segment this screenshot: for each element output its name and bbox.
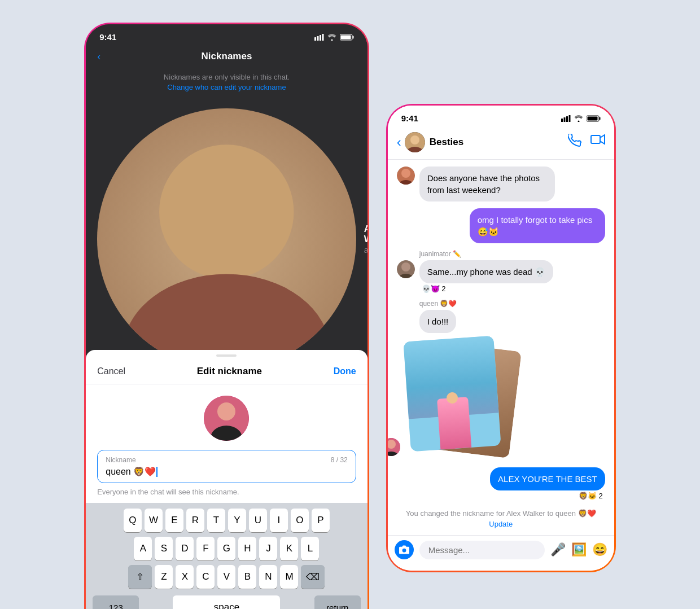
- key-x[interactable]: X: [176, 565, 194, 589]
- system-message-area: You changed the nickname for Alex Walker…: [397, 507, 605, 528]
- key-y[interactable]: Y: [228, 509, 246, 532]
- sender-name-4: queen 🦁❤️: [397, 300, 605, 308]
- key-f[interactable]: F: [196, 537, 215, 560]
- left-time: 9:41: [99, 32, 116, 42]
- signal-icon: [314, 34, 324, 41]
- key-u[interactable]: U: [249, 509, 267, 532]
- svg-rect-24: [591, 135, 600, 143]
- key-l[interactable]: L: [301, 537, 319, 560]
- key-m[interactable]: M: [280, 565, 298, 589]
- svg-rect-16: [566, 116, 568, 122]
- cancel-button[interactable]: Cancel: [97, 366, 125, 376]
- sheet-avatar: [204, 396, 249, 441]
- svg-rect-2: [320, 35, 321, 41]
- back-button[interactable]: ‹: [97, 51, 100, 63]
- photo-front: [403, 336, 501, 452]
- key-g[interactable]: G: [217, 537, 235, 560]
- bubble-1: Does anyone have the photos from last we…: [419, 167, 555, 201]
- avatar-1: [397, 167, 415, 185]
- camera-button[interactable]: [395, 540, 414, 559]
- alex-username: alex.anyways: [364, 246, 368, 255]
- svg-point-35: [402, 549, 406, 553]
- key-z[interactable]: Z: [155, 565, 173, 589]
- svg-rect-5: [340, 35, 351, 39]
- right-status-bar: 9:41: [388, 106, 614, 128]
- svg-rect-14: [561, 119, 563, 122]
- key-i[interactable]: I: [270, 509, 288, 532]
- done-button[interactable]: Done: [334, 366, 356, 376]
- key-j[interactable]: J: [259, 537, 277, 560]
- shift-key[interactable]: ⇧: [128, 565, 152, 589]
- key-k[interactable]: K: [280, 537, 298, 560]
- nickname-value: queen 🦁❤️: [106, 466, 347, 477]
- battery-icon: [340, 34, 354, 41]
- key-o[interactable]: O: [291, 509, 309, 532]
- svg-rect-19: [587, 116, 597, 120]
- wifi-icon: [574, 115, 583, 122]
- nickname-counter: 8 / 32: [331, 456, 348, 464]
- key-w[interactable]: W: [145, 509, 163, 532]
- subtitle-text: Nicknames are only visible in this chat.: [164, 73, 290, 81]
- system-message: You changed the nickname for Alex Walker…: [397, 507, 605, 520]
- phone-icon[interactable]: [568, 134, 581, 151]
- svg-point-30: [401, 262, 410, 271]
- right-time: 9:41: [401, 113, 418, 123]
- bubble-5: ALEX YOU'RE THE BEST: [490, 467, 605, 490]
- right-phone-screen: 9:41: [388, 106, 614, 571]
- svg-point-27: [401, 169, 410, 178]
- key-r[interactable]: R: [186, 509, 204, 532]
- mic-button[interactable]: 🎤: [550, 542, 566, 557]
- numbers-key[interactable]: 123: [93, 595, 139, 609]
- key-p[interactable]: P: [312, 509, 330, 532]
- backspace-key[interactable]: ⌫: [301, 565, 325, 589]
- alex-display-name: Alex Walker: [364, 224, 368, 244]
- nickname-hint: Everyone in the chat will see this nickn…: [86, 483, 367, 496]
- keyboard-row-2: A S D F G H J K L: [88, 537, 365, 560]
- key-n[interactable]: N: [259, 565, 277, 589]
- bubble-2: omg I totally forgot to take pics 😅🐱: [470, 208, 605, 243]
- chat-header: ‹ Besties: [388, 128, 614, 160]
- message-row-2: omg I totally forgot to take pics 😅🐱: [397, 208, 605, 243]
- messages-area: Does anyone have the photos from last we…: [388, 160, 614, 535]
- return-key[interactable]: return: [314, 595, 361, 609]
- avatar-3: [397, 260, 415, 278]
- sheet-title: Edit nickname: [197, 366, 262, 377]
- bubble-3: Same...my phone was dead 💀: [419, 260, 553, 283]
- key-h[interactable]: H: [238, 537, 256, 560]
- key-v[interactable]: V: [217, 565, 235, 589]
- svg-rect-1: [317, 36, 318, 41]
- alex-info: Alex Walker alex.anyways: [364, 224, 368, 255]
- nickname-item-alex[interactable]: Alex Walker alex.anyways ›: [86, 102, 367, 376]
- sticker-button[interactable]: 😄: [592, 542, 607, 557]
- video-icon[interactable]: [590, 134, 605, 151]
- message-group-3: juanimator ✏️ Same...my phone was dead 💀: [397, 250, 605, 293]
- key-a[interactable]: A: [134, 537, 152, 560]
- svg-point-7: [159, 145, 294, 279]
- svg-point-22: [410, 135, 419, 144]
- space-key[interactable]: space: [173, 595, 280, 609]
- wifi-icon: [327, 34, 336, 41]
- key-s[interactable]: S: [155, 537, 173, 560]
- right-phone-wrapper: 9:41: [386, 104, 616, 572]
- message-row-4a: I do!!!: [397, 310, 605, 333]
- subtitle-link[interactable]: Change who can edit your nickname: [167, 83, 286, 91]
- update-link[interactable]: Update: [397, 520, 605, 528]
- nicknames-title: Nicknames: [202, 51, 252, 62]
- key-t[interactable]: T: [207, 509, 225, 532]
- nickname-input-area[interactable]: Nickname 8 / 32 queen 🦁❤️: [97, 450, 356, 483]
- photo-button[interactable]: 🖼️: [571, 542, 587, 557]
- key-b[interactable]: B: [238, 565, 256, 589]
- keyboard-row-1: Q W E R T Y U I O P: [88, 509, 365, 532]
- keyboard-row-3: ⇧ Z X C V B N M ⌫: [88, 565, 365, 589]
- key-c[interactable]: C: [196, 565, 215, 589]
- message-row-1: Does anyone have the photos from last we…: [397, 167, 605, 201]
- message-input[interactable]: [419, 541, 545, 559]
- keyboard: Q W E R T Y U I O P A S D: [86, 503, 367, 609]
- group-avatar: [405, 132, 425, 152]
- input-actions: 🎤 🖼️ 😄: [550, 542, 607, 557]
- chat-back-button[interactable]: ‹: [397, 134, 401, 150]
- key-d[interactable]: D: [176, 537, 194, 560]
- key-q[interactable]: Q: [124, 509, 142, 532]
- svg-rect-20: [599, 117, 600, 120]
- key-e[interactable]: E: [165, 509, 183, 532]
